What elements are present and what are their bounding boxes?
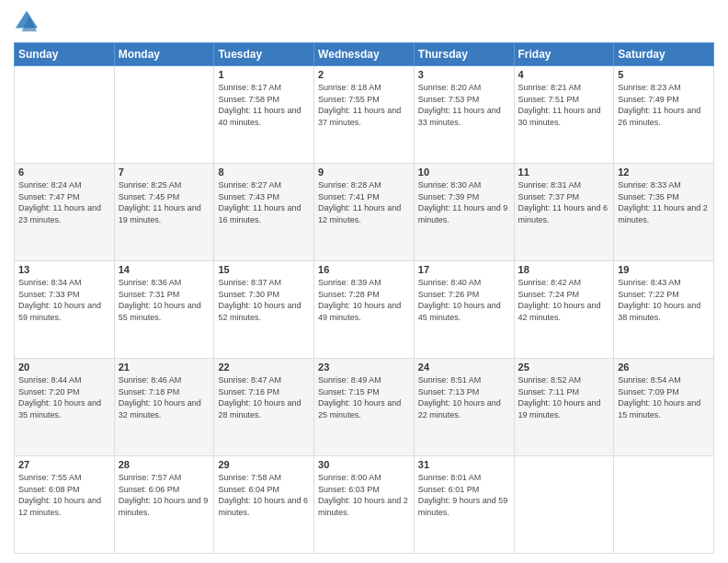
calendar-header: SundayMondayTuesdayWednesdayThursdayFrid… <box>15 43 714 66</box>
calendar-cell: 19Sunrise: 8:43 AM Sunset: 7:22 PM Dayli… <box>614 261 714 359</box>
week-row-2: 6Sunrise: 8:24 AM Sunset: 7:47 PM Daylig… <box>15 164 714 261</box>
calendar-cell: 20Sunrise: 8:44 AM Sunset: 7:20 PM Dayli… <box>15 359 115 456</box>
day-number: 24 <box>418 362 510 373</box>
day-number: 14 <box>119 264 210 275</box>
calendar-cell: 1Sunrise: 8:17 AM Sunset: 7:58 PM Daylig… <box>214 66 314 164</box>
day-number: 9 <box>318 167 410 178</box>
day-number: 17 <box>418 264 510 275</box>
header-row: SundayMondayTuesdayWednesdayThursdayFrid… <box>15 43 714 66</box>
day-number: 5 <box>618 69 710 80</box>
calendar-cell: 6Sunrise: 8:24 AM Sunset: 7:47 PM Daylig… <box>15 164 115 261</box>
day-info: Sunrise: 8:37 AM Sunset: 7:30 PM Dayligh… <box>218 277 310 323</box>
calendar-cell: 29Sunrise: 7:58 AM Sunset: 6:04 PM Dayli… <box>214 456 314 554</box>
calendar-cell: 16Sunrise: 8:39 AM Sunset: 7:28 PM Dayli… <box>314 261 415 359</box>
calendar-cell: 8Sunrise: 8:27 AM Sunset: 7:43 PM Daylig… <box>214 164 314 261</box>
day-number: 13 <box>18 264 110 275</box>
day-info: Sunrise: 8:20 AM Sunset: 7:53 PM Dayligh… <box>418 82 510 128</box>
calendar-cell: 15Sunrise: 8:37 AM Sunset: 7:30 PM Dayli… <box>214 261 314 359</box>
calendar-cell <box>514 456 614 554</box>
calendar-cell: 31Sunrise: 8:01 AM Sunset: 6:01 PM Dayli… <box>414 456 514 554</box>
day-info: Sunrise: 8:54 AM Sunset: 7:09 PM Dayligh… <box>618 374 710 420</box>
day-number: 11 <box>518 167 610 178</box>
day-number: 21 <box>119 362 210 373</box>
day-number: 25 <box>518 362 610 373</box>
day-info: Sunrise: 7:58 AM Sunset: 6:04 PM Dayligh… <box>218 472 310 518</box>
day-info: Sunrise: 8:52 AM Sunset: 7:11 PM Dayligh… <box>518 374 610 420</box>
calendar-cell: 21Sunrise: 8:46 AM Sunset: 7:18 PM Dayli… <box>114 359 214 456</box>
col-header-sunday: Sunday <box>15 43 115 66</box>
calendar-cell: 17Sunrise: 8:40 AM Sunset: 7:26 PM Dayli… <box>414 261 514 359</box>
calendar-cell: 24Sunrise: 8:51 AM Sunset: 7:13 PM Dayli… <box>414 359 514 456</box>
calendar-cell: 30Sunrise: 8:00 AM Sunset: 6:03 PM Dayli… <box>314 456 415 554</box>
day-number: 22 <box>218 362 310 373</box>
col-header-tuesday: Tuesday <box>214 43 314 66</box>
calendar-table: SundayMondayTuesdayWednesdayThursdayFrid… <box>14 42 714 554</box>
page: SundayMondayTuesdayWednesdayThursdayFrid… <box>0 0 728 563</box>
day-number: 15 <box>218 264 310 275</box>
calendar-body: 1Sunrise: 8:17 AM Sunset: 7:58 PM Daylig… <box>15 66 714 554</box>
day-info: Sunrise: 8:44 AM Sunset: 7:20 PM Dayligh… <box>18 374 110 420</box>
calendar-cell: 13Sunrise: 8:34 AM Sunset: 7:33 PM Dayli… <box>15 261 115 359</box>
col-header-monday: Monday <box>114 43 214 66</box>
week-row-5: 27Sunrise: 7:55 AM Sunset: 6:08 PM Dayli… <box>15 456 714 554</box>
day-info: Sunrise: 8:34 AM Sunset: 7:33 PM Dayligh… <box>18 277 110 323</box>
calendar-cell: 9Sunrise: 8:28 AM Sunset: 7:41 PM Daylig… <box>314 164 415 261</box>
day-number: 18 <box>518 264 610 275</box>
day-info: Sunrise: 8:21 AM Sunset: 7:51 PM Dayligh… <box>518 82 610 128</box>
col-header-friday: Friday <box>514 43 614 66</box>
day-number: 4 <box>518 69 610 80</box>
week-row-3: 13Sunrise: 8:34 AM Sunset: 7:33 PM Dayli… <box>15 261 714 359</box>
day-info: Sunrise: 8:00 AM Sunset: 6:03 PM Dayligh… <box>318 472 410 518</box>
day-number: 27 <box>18 459 110 470</box>
day-number: 2 <box>318 69 410 80</box>
calendar-cell: 23Sunrise: 8:49 AM Sunset: 7:15 PM Dayli… <box>314 359 415 456</box>
day-number: 28 <box>119 459 210 470</box>
logo-icon <box>14 9 40 35</box>
week-row-1: 1Sunrise: 8:17 AM Sunset: 7:58 PM Daylig… <box>15 66 714 164</box>
day-number: 26 <box>618 362 710 373</box>
day-number: 19 <box>618 264 710 275</box>
calendar-cell: 12Sunrise: 8:33 AM Sunset: 7:35 PM Dayli… <box>614 164 714 261</box>
day-number: 30 <box>318 459 410 470</box>
week-row-4: 20Sunrise: 8:44 AM Sunset: 7:20 PM Dayli… <box>15 359 714 456</box>
day-info: Sunrise: 8:17 AM Sunset: 7:58 PM Dayligh… <box>218 82 310 128</box>
day-number: 10 <box>418 167 510 178</box>
day-number: 8 <box>218 167 310 178</box>
day-info: Sunrise: 8:47 AM Sunset: 7:16 PM Dayligh… <box>218 374 310 420</box>
day-info: Sunrise: 8:24 AM Sunset: 7:47 PM Dayligh… <box>18 179 110 225</box>
calendar-cell: 22Sunrise: 8:47 AM Sunset: 7:16 PM Dayli… <box>214 359 314 456</box>
day-number: 20 <box>18 362 110 373</box>
day-info: Sunrise: 8:42 AM Sunset: 7:24 PM Dayligh… <box>518 277 610 323</box>
calendar-cell: 18Sunrise: 8:42 AM Sunset: 7:24 PM Dayli… <box>514 261 614 359</box>
col-header-saturday: Saturday <box>614 43 714 66</box>
calendar-cell: 10Sunrise: 8:30 AM Sunset: 7:39 PM Dayli… <box>414 164 514 261</box>
calendar-cell: 7Sunrise: 8:25 AM Sunset: 7:45 PM Daylig… <box>114 164 214 261</box>
day-info: Sunrise: 8:30 AM Sunset: 7:39 PM Dayligh… <box>418 179 510 225</box>
calendar-cell: 4Sunrise: 8:21 AM Sunset: 7:51 PM Daylig… <box>514 66 614 164</box>
calendar-cell: 28Sunrise: 7:57 AM Sunset: 6:06 PM Dayli… <box>114 456 214 554</box>
calendar-cell: 5Sunrise: 8:23 AM Sunset: 7:49 PM Daylig… <box>614 66 714 164</box>
day-info: Sunrise: 8:39 AM Sunset: 7:28 PM Dayligh… <box>318 277 410 323</box>
day-info: Sunrise: 8:23 AM Sunset: 7:49 PM Dayligh… <box>618 82 710 128</box>
day-info: Sunrise: 7:57 AM Sunset: 6:06 PM Dayligh… <box>119 472 210 518</box>
day-number: 6 <box>18 167 110 178</box>
calendar-cell: 14Sunrise: 8:36 AM Sunset: 7:31 PM Dayli… <box>114 261 214 359</box>
day-info: Sunrise: 8:51 AM Sunset: 7:13 PM Dayligh… <box>418 374 510 420</box>
col-header-wednesday: Wednesday <box>314 43 415 66</box>
calendar-cell: 25Sunrise: 8:52 AM Sunset: 7:11 PM Dayli… <box>514 359 614 456</box>
calendar-cell <box>614 456 714 554</box>
day-info: Sunrise: 8:33 AM Sunset: 7:35 PM Dayligh… <box>618 179 710 225</box>
calendar-cell: 2Sunrise: 8:18 AM Sunset: 7:55 PM Daylig… <box>314 66 415 164</box>
day-info: Sunrise: 8:36 AM Sunset: 7:31 PM Dayligh… <box>119 277 210 323</box>
day-info: Sunrise: 8:31 AM Sunset: 7:37 PM Dayligh… <box>518 179 610 225</box>
day-number: 12 <box>618 167 710 178</box>
logo <box>14 9 43 35</box>
calendar-cell: 26Sunrise: 8:54 AM Sunset: 7:09 PM Dayli… <box>614 359 714 456</box>
day-info: Sunrise: 8:25 AM Sunset: 7:45 PM Dayligh… <box>119 179 210 225</box>
calendar-cell: 27Sunrise: 7:55 AM Sunset: 6:08 PM Dayli… <box>15 456 115 554</box>
day-info: Sunrise: 8:01 AM Sunset: 6:01 PM Dayligh… <box>418 472 510 518</box>
day-info: Sunrise: 8:28 AM Sunset: 7:41 PM Dayligh… <box>318 179 410 225</box>
day-info: Sunrise: 8:18 AM Sunset: 7:55 PM Dayligh… <box>318 82 410 128</box>
day-info: Sunrise: 8:49 AM Sunset: 7:15 PM Dayligh… <box>318 374 410 420</box>
calendar-cell <box>114 66 214 164</box>
